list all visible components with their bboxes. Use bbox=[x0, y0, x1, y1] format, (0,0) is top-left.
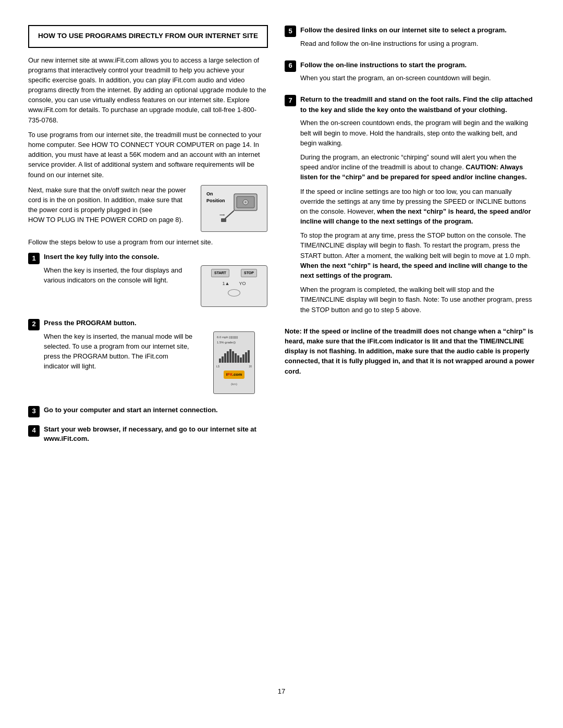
step-2-body: When the key is inserted, the manual mod… bbox=[44, 331, 193, 372]
step-5-content: Follow the desired links on our internet… bbox=[300, 25, 535, 53]
step-7-body4: To stop the program at any time, press t… bbox=[300, 230, 535, 280]
step-1-content: Insert the key fully into the console. W… bbox=[44, 252, 268, 312]
step-7-number: 7 bbox=[285, 95, 296, 106]
step-3-number: 3 bbox=[28, 406, 40, 417]
step-7-body1: When the on-screen countdown ends, the p… bbox=[300, 118, 535, 148]
section-header-box: HOW TO USE PROGRAMS DIRECTLY FROM OUR IN… bbox=[28, 25, 268, 48]
svg-point-3 bbox=[244, 201, 247, 203]
bar-9 bbox=[240, 357, 242, 363]
step-7-body3: If the speed or incline settings are too… bbox=[300, 187, 535, 227]
bar-chart bbox=[219, 347, 250, 363]
step-7-content: Return to the treadmill and stand on the… bbox=[300, 94, 535, 318]
step-3-title: Go to your computer and start an interne… bbox=[44, 405, 268, 415]
bar-4 bbox=[227, 351, 229, 363]
bar-12 bbox=[248, 350, 250, 363]
on-position-text: Next, make sure that the on/off switch n… bbox=[28, 185, 193, 225]
bar-1 bbox=[219, 359, 221, 363]
number-display-row: 1▲ YO bbox=[201, 278, 267, 287]
step-7-body2: During the program, an electronic “chirp… bbox=[300, 152, 535, 182]
bar-11 bbox=[245, 352, 247, 363]
step-6-body: When you start the program, an on-screen… bbox=[300, 73, 535, 83]
program-panel: 6.0 mph ||||||||||| 1.5% grade◎ bbox=[213, 331, 255, 394]
section-title: HOW TO USE PROGRAMS DIRECTLY FROM OUR IN… bbox=[36, 31, 260, 41]
bar-3 bbox=[224, 353, 226, 363]
note-text: Note: If the speed or incline of the tre… bbox=[285, 326, 535, 376]
step-5-body: Read and follow the on-line instructions… bbox=[300, 39, 535, 48]
step-7-title: Return to the treadmill and stand on the… bbox=[300, 94, 535, 115]
step-3: 3 Go to your computer and start an inter… bbox=[28, 405, 268, 418]
step-4-number: 4 bbox=[28, 425, 40, 437]
bar-axis: LS20 bbox=[216, 365, 252, 368]
step-6-title: Follow the on-line instructions to start… bbox=[300, 60, 535, 70]
step-5-title: Follow the desired links on our internet… bbox=[300, 25, 535, 35]
bar-5 bbox=[229, 349, 231, 363]
on-position-diagram: On Position bbox=[201, 185, 267, 232]
step-6-content: Follow the on-line instructions to start… bbox=[300, 60, 535, 88]
intro-p1: Our new internet site at www.iFit.com al… bbox=[28, 55, 268, 125]
console-diagram-1: START STOP 1▲ YO bbox=[200, 265, 268, 307]
step-7-body5: When the program is completed, the walki… bbox=[300, 285, 535, 315]
start-button-display: START bbox=[211, 269, 229, 277]
on-position-section: Next, make sure that the on/off switch n… bbox=[28, 185, 268, 232]
bar-10 bbox=[242, 354, 244, 363]
step-2-title: Press the PROGRAM button. bbox=[44, 318, 268, 328]
note-section: Note: If the speed or incline of the tre… bbox=[285, 326, 535, 376]
right-column: 5 Follow the desired links on our intern… bbox=[285, 25, 535, 676]
bar-6 bbox=[232, 351, 234, 363]
bar-8 bbox=[237, 355, 239, 363]
on-label: On Position bbox=[206, 191, 225, 204]
step-4-title: Start your web browser, if necessary, an… bbox=[44, 425, 268, 445]
step-1-number: 1 bbox=[28, 253, 40, 264]
page: HOW TO USE PROGRAMS DIRECTLY FROM OUR IN… bbox=[0, 0, 563, 728]
step-6-number: 6 bbox=[285, 60, 296, 72]
svg-text:⟶: ⟶ bbox=[219, 213, 225, 217]
stop-button-display: STOP bbox=[241, 269, 257, 277]
bar-label-grade: 1.5% grade◎ bbox=[216, 340, 236, 345]
two-column-layout: HOW TO USE PROGRAMS DIRECTLY FROM OUR IN… bbox=[28, 25, 535, 676]
follow-steps-p: Follow the steps below to use a program … bbox=[28, 237, 268, 247]
oval-indicator bbox=[228, 289, 240, 297]
button-row: START STOP bbox=[201, 266, 267, 278]
step-5-number: 5 bbox=[285, 26, 296, 37]
follow-steps-text: Follow the steps below to use a program … bbox=[28, 237, 268, 247]
step-1-title: Insert the key fully into the console. bbox=[44, 252, 268, 262]
step-3-content: Go to your computer and start an interne… bbox=[44, 405, 268, 418]
intro-p2: To use programs from our internet site, … bbox=[28, 130, 268, 180]
bar-2 bbox=[222, 356, 224, 363]
step-1-figure: When the key is inserted, the four displ… bbox=[44, 265, 268, 307]
step-4: 4 Start your web browser, if necessary, … bbox=[28, 425, 268, 448]
km-label: (km) bbox=[231, 382, 237, 387]
step-5: 5 Follow the desired links on our intern… bbox=[285, 25, 535, 53]
step-2: 2 Press the PROGRAM button. When the key… bbox=[28, 318, 268, 399]
step-2-number: 2 bbox=[28, 319, 40, 330]
bar-label-top: 6.0 mph ||||||||||| bbox=[216, 335, 238, 340]
step-2-content: Press the PROGRAM button. When the key i… bbox=[44, 318, 268, 399]
step-6: 6 Follow the on-line instructions to sta… bbox=[285, 60, 535, 88]
step-1-body: When the key is inserted, the four displ… bbox=[44, 265, 193, 285]
console-diagram-2: 6.0 mph ||||||||||| 1.5% grade◎ bbox=[200, 331, 268, 394]
step-4-content: Start your web browser, if necessary, an… bbox=[44, 425, 268, 448]
left-column: HOW TO USE PROGRAMS DIRECTLY FROM OUR IN… bbox=[28, 25, 268, 676]
page-number: 17 bbox=[28, 687, 535, 697]
step-1: 1 Insert the key fully into the console.… bbox=[28, 252, 268, 312]
ifit-logo: iFit.com bbox=[224, 371, 245, 379]
svg-rect-5 bbox=[221, 218, 226, 222]
step-2-figure: When the key is inserted, the manual mod… bbox=[44, 331, 268, 394]
on-position-figure: On Position bbox=[200, 185, 268, 232]
step-7: 7 Return to the treadmill and stand on t… bbox=[285, 94, 535, 318]
console-display-1: START STOP 1▲ YO bbox=[201, 265, 267, 307]
intro-text: Our new internet site at www.iFit.com al… bbox=[28, 55, 268, 180]
bar-7 bbox=[235, 353, 237, 363]
